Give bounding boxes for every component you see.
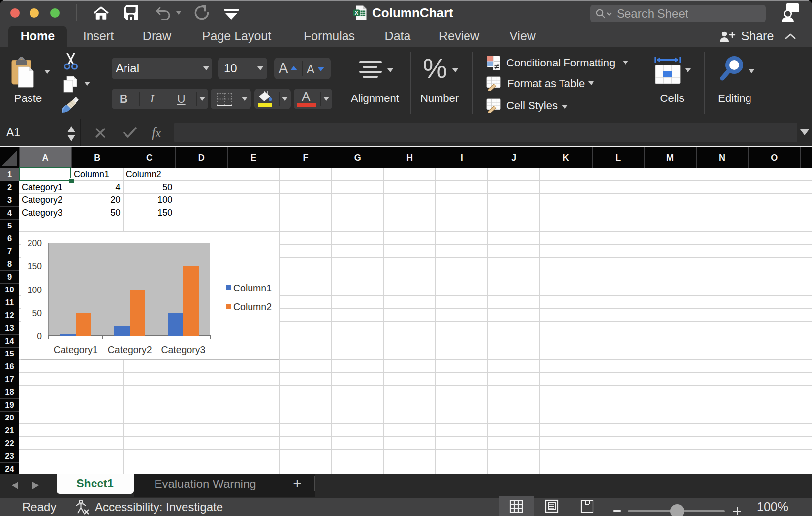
svg-text:X: X <box>355 10 359 16</box>
